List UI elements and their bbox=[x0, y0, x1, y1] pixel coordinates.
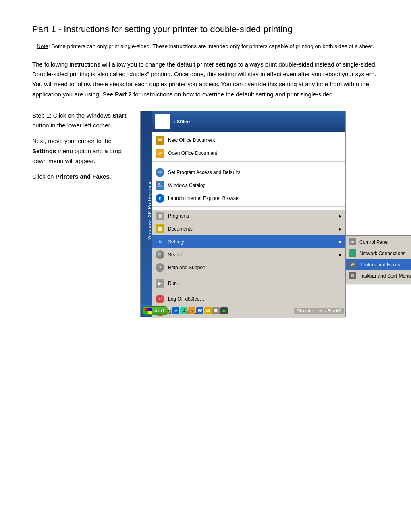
menu-item-documents[interactable]: 📄 Documents ▶ bbox=[152, 222, 345, 235]
network-label: Network Connections bbox=[359, 251, 405, 256]
open-office-label: Open Office Document bbox=[168, 150, 217, 156]
taskbar-app5-icon: 📋 bbox=[212, 307, 220, 314]
printers-label: Printers and Faxes bbox=[359, 262, 400, 268]
printers-icon: 🖨 bbox=[349, 261, 357, 269]
logoff-label: Log Off d80lee… bbox=[168, 296, 205, 302]
menu-item-set-program[interactable]: ⚙ Set Program Access and Defaults bbox=[152, 166, 345, 179]
taskbar-disconnected-label: Disconnected - BlackB bbox=[294, 308, 344, 314]
control-panel-icon: ⊞ bbox=[349, 238, 357, 246]
settings-label: Settings bbox=[168, 239, 185, 245]
search-icon: 🔍 bbox=[155, 250, 165, 260]
settings-icon: ⚙ bbox=[155, 237, 165, 247]
search-arrow: ▶ bbox=[339, 252, 342, 257]
ie-icon: e bbox=[155, 193, 165, 203]
menu-item-programs[interactable]: ▦ Programs ▶ bbox=[152, 210, 345, 222]
xp-sidebar: Windows XP Professional bbox=[141, 111, 152, 305]
menu-item-settings[interactable]: ⚙ Settings ▶ bbox=[152, 235, 345, 248]
svg-rect-0 bbox=[145, 308, 148, 311]
menu-item-open-office[interactable]: 📂 Open Office Document bbox=[152, 147, 345, 160]
submenu-control-panel[interactable]: ⊞ Control Panel bbox=[346, 237, 411, 248]
note-block: Note: Some printers can only print singl… bbox=[32, 42, 379, 51]
documents-icon: 📄 bbox=[155, 224, 165, 234]
svg-rect-2 bbox=[145, 311, 148, 314]
menu-item-catalog[interactable]: 🏪 Windows Catalog bbox=[152, 179, 345, 192]
settings-arrow: ▶ bbox=[339, 239, 342, 244]
taskbar-label: Taskbar and Start Menu bbox=[359, 273, 411, 279]
menu-left: W New Office Document 📂 Open Office Docu… bbox=[152, 132, 345, 318]
winxp-screenshot: Windows XP Professional d80lee bbox=[140, 111, 346, 317]
step1-label: Step 1 bbox=[32, 112, 50, 119]
menu-main: d80lee W New Office Document bbox=[152, 111, 345, 305]
office-icon: W bbox=[155, 135, 165, 145]
menu-item-run[interactable]: ▶ Run… bbox=[152, 277, 345, 290]
step-section: Step 1: Click on the Windows Start butto… bbox=[32, 111, 379, 317]
new-office-label: New Office Document bbox=[168, 137, 215, 143]
top-separator bbox=[155, 163, 342, 163]
submenu-printers[interactable]: 🖨 Printers and Faxes bbox=[346, 259, 411, 270]
start-menu: Windows XP Professional d80lee bbox=[141, 111, 345, 305]
submenu-network[interactable]: 🌐 Network Connections bbox=[346, 248, 411, 259]
taskbar-word-icon: W bbox=[196, 307, 203, 314]
search-label: Search bbox=[168, 252, 183, 258]
intro-paragraph: The following instructions will allow yo… bbox=[32, 60, 379, 100]
note-text: Some printers can only print single-side… bbox=[51, 43, 374, 49]
taskbar-app6-icon: ◉ bbox=[220, 307, 228, 314]
mid-separator bbox=[155, 208, 342, 208]
taskbar-apps: e ↺ 🔊 W 📁 📋 ◉ bbox=[172, 307, 293, 314]
catalog-icon: 🏪 bbox=[155, 181, 165, 190]
menu-item-help[interactable]: ? Help and Support bbox=[152, 261, 345, 274]
submenu-taskbar[interactable]: ⊟ Taskbar and Start Menu bbox=[346, 270, 411, 282]
taskbar-app3-icon: 🔊 bbox=[188, 307, 195, 314]
help-icon: ? bbox=[155, 263, 165, 272]
control-panel-label: Control Panel bbox=[359, 239, 389, 245]
menu-programs-section: ▦ Programs ▶ 📄 Documents ▶ bbox=[152, 210, 345, 318]
start-button[interactable]: start bbox=[142, 306, 169, 315]
programs-arrow: ▶ bbox=[339, 214, 342, 218]
user-avatar bbox=[155, 114, 170, 129]
taskbar-app2-icon: ↺ bbox=[180, 307, 187, 314]
run-label: Run… bbox=[168, 281, 182, 286]
programs-icon: ▦ bbox=[155, 211, 165, 221]
ie-label: Launch Internet Explorer Browser bbox=[168, 195, 240, 201]
set-program-label: Set Program Access and Defaults bbox=[168, 170, 240, 175]
step1-paragraph: Step 1: Click on the Windows Start butto… bbox=[32, 111, 129, 131]
network-icon: 🌐 bbox=[349, 249, 357, 258]
svg-rect-3 bbox=[148, 311, 152, 314]
help-label: Help and Support bbox=[168, 265, 206, 270]
run-separator bbox=[155, 291, 342, 291]
user-name: d80lee bbox=[174, 118, 190, 125]
taskbar-icon-sm: ⊟ bbox=[349, 272, 357, 280]
page-title: Part 1 - Instructions for setting your p… bbox=[32, 24, 379, 35]
start-label: start bbox=[153, 308, 164, 314]
set-program-icon: ⚙ bbox=[155, 168, 165, 177]
menu-item-new-office[interactable]: W New Office Document bbox=[152, 134, 345, 147]
step3-paragraph: Click on Printers and Faxes. bbox=[32, 172, 129, 182]
catalog-label: Windows Catalog bbox=[168, 183, 206, 188]
taskbar-folder-icon: 📁 bbox=[204, 307, 212, 314]
menu-item-search[interactable]: 🔍 Search ▶ bbox=[152, 248, 345, 261]
menu-top: d80lee bbox=[152, 111, 345, 132]
menu-items-mid: ⚙ Set Program Access and Defaults 🏪 Wind… bbox=[152, 164, 345, 207]
sidebar-text: Windows XP Professional bbox=[147, 180, 152, 240]
documents-label: Documents bbox=[168, 226, 193, 232]
svg-rect-1 bbox=[148, 308, 152, 311]
programs-label: Programs bbox=[168, 213, 189, 219]
step-text-column: Step 1: Click on the Windows Start butto… bbox=[32, 111, 129, 317]
windows-flag-icon bbox=[145, 308, 152, 314]
menu-body: W New Office Document 📂 Open Office Docu… bbox=[152, 132, 345, 318]
help-separator bbox=[155, 275, 342, 276]
open-office-icon: 📂 bbox=[155, 148, 165, 158]
documents-arrow: ▶ bbox=[339, 227, 342, 231]
step2-paragraph: Next, move your cursor to the Settings m… bbox=[32, 136, 129, 166]
menu-item-ie[interactable]: e Launch Internet Explorer Browser bbox=[152, 192, 345, 205]
logoff-icon: ↩ bbox=[155, 294, 165, 304]
menu-items-top: W New Office Document 📂 Open Office Docu… bbox=[152, 132, 345, 162]
taskbar-ie-icon: e bbox=[172, 307, 179, 314]
menu-item-logoff[interactable]: ↩ Log Off d80lee… bbox=[152, 293, 345, 305]
settings-wrapper: ⚙ Settings ▶ ⊞ bbox=[152, 235, 345, 248]
note-label: Note bbox=[37, 43, 48, 49]
run-icon: ▶ bbox=[155, 278, 165, 288]
settings-submenu: ⊞ Control Panel 🌐 Network Connection bbox=[345, 235, 411, 283]
